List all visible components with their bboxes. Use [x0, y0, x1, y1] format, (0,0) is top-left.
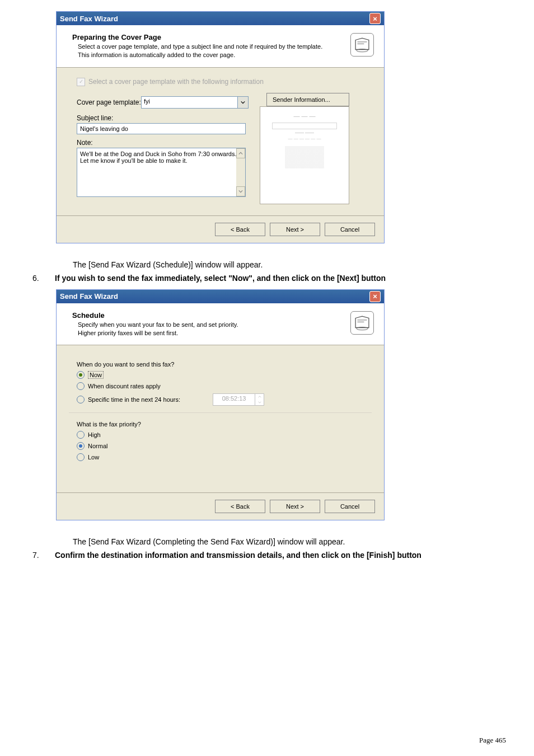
page-number: Page 465 [479, 736, 506, 745]
step-number: 7. [28, 551, 55, 560]
step-text: If you wish to send the fax immediately,… [55, 274, 506, 283]
radio-low[interactable] [77, 453, 85, 461]
option-low-label: Low [88, 454, 99, 461]
option-normal-label: Normal [88, 443, 107, 449]
next-button[interactable]: Next > [270, 500, 320, 513]
back-button[interactable]: < Back [215, 223, 265, 236]
option-now[interactable]: Now [77, 371, 372, 379]
question-when: When do you want to send this fax? [77, 361, 372, 368]
banner-text: Schedule Specify when you want your fax … [72, 311, 345, 337]
dialog-cover-page: Send Fax Wizard × Preparing the Cover Pa… [56, 11, 385, 243]
banner-title: Preparing the Cover Page [72, 33, 345, 41]
dialog-footer: < Back Next > Cancel [57, 493, 384, 520]
dialog-body: ✓ Select a cover page template with the … [57, 68, 384, 210]
banner-text: Preparing the Cover Page Select a cover … [72, 33, 345, 59]
titlebar: Send Fax Wizard × [57, 290, 384, 303]
radio-high[interactable] [77, 431, 85, 439]
dialog-footer: < Back Next > Cancel [57, 216, 384, 243]
banner: Preparing the Cover Page Select a cover … [57, 25, 384, 68]
time-spinner[interactable]: 08:52:13 [213, 393, 264, 406]
close-icon[interactable]: × [369, 13, 381, 24]
checkbox-label: Select a cover page template with the fo… [88, 78, 264, 86]
checkbox-row: ✓ Select a cover page template with the … [77, 78, 372, 86]
close-icon[interactable]: × [369, 291, 381, 302]
banner-desc-1: Specify when you want your fax to be sen… [72, 321, 345, 329]
template-combo[interactable]: fyi [141, 96, 249, 109]
fax-icon [350, 311, 374, 335]
template-value: fyi [142, 97, 237, 108]
step-text: Confirm the destination information and … [55, 551, 506, 560]
note-textarea[interactable]: We'll be at the Dog and Duck in Soho fro… [77, 148, 246, 197]
dialog-body: When do you want to send this fax? Now W… [57, 345, 384, 487]
option-specific-label: Specific time in the next 24 hours: [88, 396, 180, 403]
radio-now[interactable] [77, 371, 85, 379]
subject-label: Subject line: [77, 114, 249, 122]
next-button[interactable]: Next > [270, 223, 320, 236]
cancel-button[interactable]: Cancel [325, 500, 375, 513]
option-specific[interactable]: Specific time in the next 24 hours: 08:5… [77, 393, 372, 406]
scrollbar[interactable] [236, 148, 245, 196]
option-normal[interactable]: Normal [77, 442, 372, 450]
radio-specific[interactable] [77, 396, 85, 403]
option-discount[interactable]: When discount rates apply [77, 382, 372, 390]
cover-preview: — — — —— —— — — — — — — [260, 106, 349, 204]
window-title: Send Fax Wizard [60, 292, 118, 300]
time-value: 08:52:13 [213, 394, 255, 405]
checkbox-use-template[interactable]: ✓ [77, 78, 85, 86]
scroll-up-icon[interactable] [236, 148, 245, 158]
option-discount-label: When discount rates apply [88, 383, 161, 389]
spin-up-icon[interactable] [255, 394, 264, 400]
option-low[interactable]: Low [77, 453, 372, 461]
step-number: 6. [28, 274, 55, 283]
paragraph: The [Send Fax Wizard (Completing the Sen… [73, 537, 506, 546]
subject-input[interactable]: Nigel's leaving do [77, 123, 246, 134]
question-priority: What is the fax priority? [77, 421, 372, 428]
fax-icon [350, 33, 374, 57]
banner-title: Schedule [72, 311, 345, 320]
banner-desc-2: Higher priority faxes will be sent first… [72, 329, 345, 337]
option-now-label: Now [88, 371, 104, 379]
banner: Schedule Specify when you want your fax … [57, 303, 384, 346]
option-high[interactable]: High [77, 431, 372, 439]
banner-desc-2: This information is automatically added … [72, 51, 345, 59]
spin-down-icon[interactable] [255, 400, 264, 405]
chevron-down-icon[interactable] [237, 97, 248, 108]
radio-normal[interactable] [77, 442, 85, 450]
window-title: Send Fax Wizard [60, 15, 118, 23]
note-label: Note: [77, 139, 249, 147]
paragraph: The [Send Fax Wizard (Schedule)] window … [73, 260, 506, 269]
radio-discount[interactable] [77, 382, 85, 390]
banner-desc-1: Select a cover page template, and type a… [72, 43, 345, 51]
scroll-down-icon[interactable] [236, 186, 245, 196]
dialog-schedule: Send Fax Wizard × Schedule Specify when … [56, 289, 385, 521]
option-high-label: High [88, 431, 101, 438]
back-button[interactable]: < Back [215, 500, 265, 513]
titlebar: Send Fax Wizard × [57, 12, 384, 25]
cancel-button[interactable]: Cancel [325, 223, 375, 236]
template-label: Cover page template: [77, 98, 141, 106]
sender-info-button[interactable]: Sender Information... [266, 93, 349, 106]
